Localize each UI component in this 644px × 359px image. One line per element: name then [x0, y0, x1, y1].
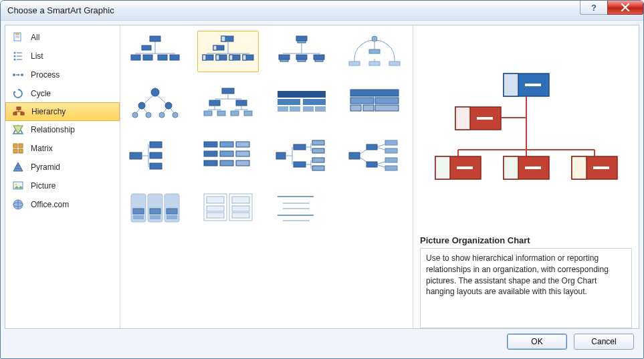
action-row: OK Cancel: [5, 329, 639, 354]
help-button[interactable]: ?: [580, 1, 608, 15]
preview-title: Picture Organization Chart: [420, 235, 632, 245]
svg-rect-23: [13, 149, 17, 153]
layout-blank: [344, 187, 405, 229]
svg-rect-75: [389, 62, 400, 66]
svg-rect-170: [232, 206, 249, 211]
category-label: Hierarchy: [31, 107, 66, 116]
layout-horizontal-org-chart[interactable]: [124, 135, 186, 176]
category-list[interactable]: List: [5, 47, 120, 66]
preview-image: [420, 32, 632, 231]
layout-labeled-hierarchy[interactable]: [271, 83, 332, 124]
svg-rect-89: [222, 88, 234, 94]
gallery-panel[interactable]: [120, 25, 413, 328]
svg-rect-92: [209, 100, 220, 106]
category-pyramid[interactable]: Pyramid: [5, 158, 120, 176]
svg-point-83: [138, 102, 145, 109]
svg-rect-112: [350, 105, 361, 111]
svg-rect-128: [236, 151, 249, 156]
layout-text-hierarchy[interactable]: [271, 187, 332, 229]
svg-rect-17: [13, 112, 17, 115]
category-process[interactable]: Process: [5, 66, 120, 84]
svg-rect-98: [204, 111, 212, 116]
layout-half-circle-org-chart[interactable]: [344, 31, 405, 72]
svg-rect-66: [315, 59, 323, 62]
ok-button[interactable]: OK: [507, 334, 567, 350]
svg-rect-172: [232, 213, 249, 218]
category-officecom[interactable]: Office.com: [5, 195, 120, 214]
svg-rect-153: [385, 148, 397, 153]
category-hierarchy[interactable]: Hierarchy: [5, 102, 120, 121]
svg-rect-104: [303, 99, 326, 105]
svg-rect-164: [167, 215, 177, 219]
svg-rect-14: [17, 107, 21, 110]
svg-rect-150: [366, 144, 377, 150]
category-label: List: [31, 51, 43, 61]
layout-lined-list[interactable]: [197, 187, 259, 229]
all-icon: [12, 31, 24, 43]
svg-rect-62: [280, 59, 288, 62]
preview-description: Use to show hierarchical information or …: [420, 248, 632, 328]
window-title: Choose a SmartArt Graphic: [7, 5, 580, 15]
svg-rect-107: [303, 106, 314, 112]
svg-rect-110: [350, 98, 374, 104]
category-all[interactable]: All: [5, 28, 120, 47]
svg-rect-1: [15, 33, 19, 35]
svg-rect-113: [363, 105, 374, 111]
svg-marker-20: [13, 126, 23, 134]
svg-point-82: [151, 88, 159, 96]
category-picture[interactable]: Picture: [5, 176, 120, 195]
svg-rect-118: [150, 142, 162, 148]
titlebar-buttons: ?: [580, 1, 643, 20]
svg-rect-191: [435, 156, 450, 179]
svg-rect-171: [207, 213, 224, 218]
svg-rect-21: [13, 144, 17, 148]
svg-rect-63: [296, 55, 307, 59]
cancel-button[interactable]: Cancel: [574, 334, 634, 350]
category-label: Relationship: [31, 125, 75, 134]
svg-rect-39: [143, 55, 152, 60]
layout-organization-chart[interactable]: [124, 31, 186, 72]
svg-rect-159: [133, 209, 144, 214]
svg-rect-74: [369, 62, 380, 66]
layout-table-hierarchy[interactable]: [344, 83, 405, 124]
svg-rect-102: [278, 91, 326, 98]
svg-rect-127: [236, 142, 249, 147]
help-icon: ?: [591, 3, 597, 13]
svg-point-29: [15, 184, 17, 186]
category-relationship[interactable]: Relationship: [5, 120, 120, 139]
svg-rect-140: [312, 148, 324, 153]
svg-point-88: [173, 112, 178, 118]
svg-marker-25: [13, 162, 23, 171]
layout-horizontal-hierarchy[interactable]: [271, 135, 332, 176]
picture-icon: [12, 180, 24, 192]
close-button[interactable]: [607, 1, 643, 15]
matrix-icon: [12, 142, 24, 154]
svg-rect-5: [17, 52, 22, 53]
svg-rect-50: [203, 55, 206, 60]
category-cycle[interactable]: Cycle: [5, 84, 120, 103]
smartart-dialog: Choose a SmartArt Graphic ? All: [0, 0, 644, 359]
layout-picture-organization-chart[interactable]: [197, 31, 259, 72]
svg-point-8: [14, 59, 16, 61]
svg-rect-152: [385, 140, 397, 145]
layout-hierarchy[interactable]: [197, 83, 259, 124]
category-matrix[interactable]: Matrix: [5, 139, 120, 158]
layout-circle-hierarchy[interactable]: [124, 83, 186, 124]
svg-rect-185: [504, 74, 518, 96]
layout-horizontal-labeled-hierarchy[interactable]: [344, 135, 405, 176]
svg-rect-125: [220, 151, 233, 156]
process-icon: [12, 69, 24, 81]
svg-marker-11: [18, 74, 20, 76]
svg-point-86: [146, 112, 151, 118]
svg-rect-129: [236, 160, 249, 166]
category-label: Office.com: [31, 200, 69, 209]
svg-rect-142: [312, 166, 324, 170]
dialog-body: All List Process: [1, 21, 643, 358]
layout-horizontal-multi-level[interactable]: [197, 135, 259, 176]
category-label: Picture: [31, 181, 56, 191]
category-label: Cycle: [31, 89, 51, 98]
svg-rect-33: [150, 36, 160, 41]
layout-hierarchy-list[interactable]: [124, 187, 186, 229]
layout-name-title-org-chart[interactable]: [271, 31, 332, 72]
svg-rect-149: [349, 152, 360, 159]
